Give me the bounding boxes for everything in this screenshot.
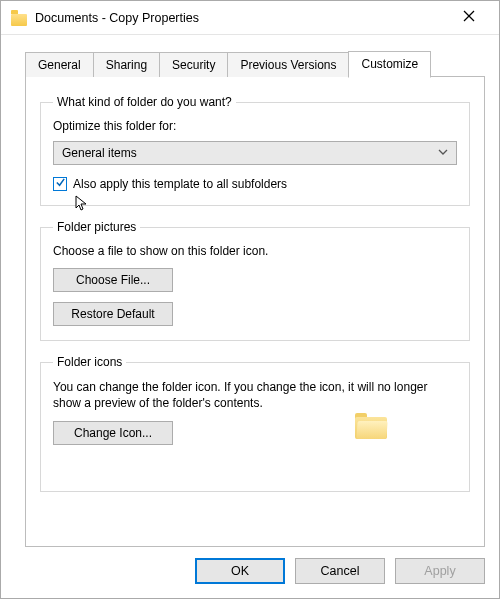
apply-button[interactable]: Apply — [395, 558, 485, 584]
group-folder-pictures: Folder pictures Choose a file to show on… — [40, 220, 470, 341]
apply-subfolders-checkbox[interactable] — [53, 177, 67, 191]
group-folder-kind: What kind of folder do you want? Optimiz… — [40, 95, 470, 206]
close-button[interactable] — [447, 3, 491, 33]
tab-security[interactable]: Security — [159, 52, 228, 77]
chevron-down-icon — [438, 146, 448, 160]
ok-button[interactable]: OK — [195, 558, 285, 584]
cursor-icon — [75, 195, 89, 216]
check-icon — [55, 177, 66, 191]
tab-sharing[interactable]: Sharing — [93, 52, 160, 77]
group-folder-icons-legend: Folder icons — [53, 355, 126, 369]
restore-default-button[interactable]: Restore Default — [53, 302, 173, 326]
optimize-select-value: General items — [62, 146, 137, 160]
group-folder-icons: Folder icons You can change the folder i… — [40, 355, 470, 492]
optimize-label: Optimize this folder for: — [53, 119, 457, 133]
optimize-select[interactable]: General items — [53, 141, 457, 165]
apply-subfolders-label: Also apply this template to all subfolde… — [73, 177, 287, 191]
choose-file-button[interactable]: Choose File... — [53, 268, 173, 292]
change-icon-button[interactable]: Change Icon... — [53, 421, 173, 445]
folder-icons-instruction: You can change the folder icon. If you c… — [53, 379, 457, 411]
group-folder-kind-legend: What kind of folder do you want? — [53, 95, 236, 109]
tabstrip: General Sharing Security Previous Versio… — [1, 35, 499, 77]
cancel-button[interactable]: Cancel — [295, 558, 385, 584]
tab-previous-versions[interactable]: Previous Versions — [227, 52, 349, 77]
close-icon — [463, 10, 475, 25]
dialog-buttons: OK Cancel Apply — [195, 558, 485, 584]
tab-customize[interactable]: Customize — [348, 51, 431, 78]
titlebar: Documents - Copy Properties — [1, 1, 499, 35]
window-title: Documents - Copy Properties — [35, 11, 447, 25]
properties-window: Documents - Copy Properties General Shar… — [0, 0, 500, 599]
tab-general[interactable]: General — [25, 52, 94, 77]
folder-icon-preview — [355, 413, 389, 441]
folder-icon — [11, 10, 27, 26]
tab-page-customize: What kind of folder do you want? Optimiz… — [25, 77, 485, 547]
apply-subfolders-row: Also apply this template to all subfolde… — [53, 177, 457, 191]
group-folder-pictures-legend: Folder pictures — [53, 220, 140, 234]
folder-pictures-instruction: Choose a file to show on this folder ico… — [53, 244, 457, 258]
